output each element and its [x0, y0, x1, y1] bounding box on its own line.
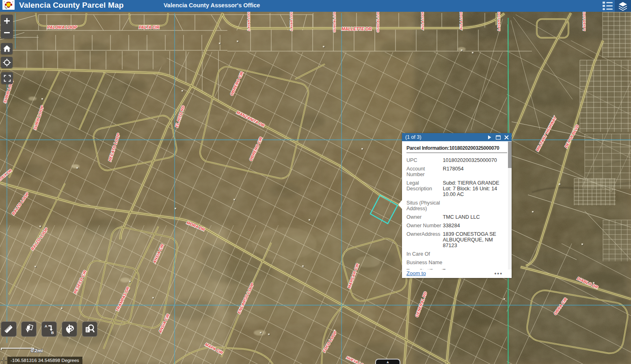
svg-text:C: C	[12, 1, 14, 3]
svg-text:A: A	[45, 324, 48, 328]
svg-text:LAVAR LOOP: LAVAR LOOP	[247, 10, 251, 31]
svg-text:AULA LOOP: AULA LOOP	[421, 11, 424, 30]
svg-text:V: V	[4, 1, 5, 3]
svg-text:LAVAR LOOP: LAVAR LOOP	[582, 10, 586, 31]
svg-text:LAVAR LOOP: LAVAR LOOP	[290, 10, 293, 31]
svg-text:B: B	[51, 331, 54, 335]
svg-text:PALTA CIR: PALTA CIR	[139, 25, 160, 30]
svg-text:AULA LOOP: AULA LOOP	[459, 11, 463, 30]
svg-text:PALOMA LOOP: PALOMA LOOP	[47, 25, 77, 30]
svg-text:MALLETTE DR: MALLETTE DR	[341, 26, 372, 31]
svg-text:LAVAR LOOP: LAVAR LOOP	[497, 10, 501, 31]
